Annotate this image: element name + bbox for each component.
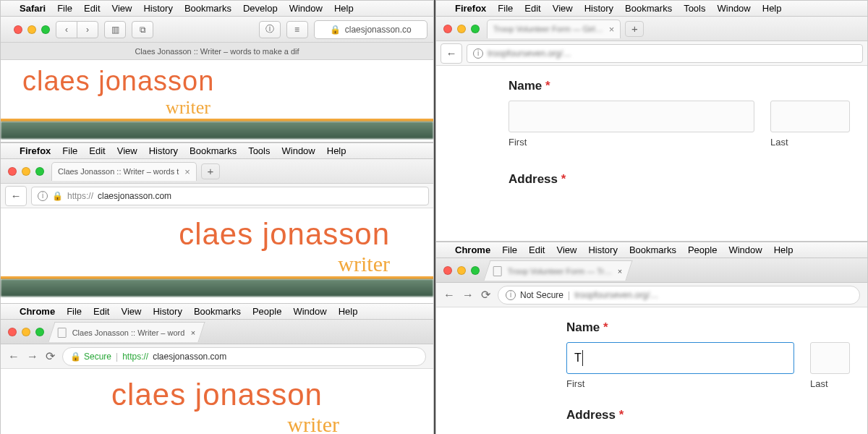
close-window-icon[interactable]	[443, 266, 452, 275]
menu-view[interactable]: View	[121, 306, 141, 317]
menu-bookmarks[interactable]: Bookmarks	[629, 244, 676, 255]
address-bar[interactable]: i troopfourseven.org/…	[467, 44, 863, 63]
minimize-window-icon[interactable]	[27, 25, 36, 34]
tab-overview-button[interactable]: ⧉	[132, 21, 153, 38]
site-info-icon[interactable]: i	[506, 290, 516, 300]
close-tab-icon[interactable]: ×	[191, 328, 195, 336]
menu-edit[interactable]: Edit	[89, 145, 105, 156]
address-bar[interactable]: 🔒 Secure | https://claesjonasson.com	[62, 347, 426, 366]
new-tab-button[interactable]: +	[625, 21, 644, 37]
menu-window[interactable]: Window	[282, 145, 315, 156]
menu-history[interactable]: History	[588, 244, 617, 255]
menu-window[interactable]: Window	[728, 244, 762, 255]
menu-people[interactable]: People	[252, 306, 281, 317]
safari-tab[interactable]: Claes Jonasson :: Writer – words to make…	[1, 43, 433, 60]
back-button[interactable]: ‹	[56, 21, 77, 38]
app-name[interactable]: Firefox	[455, 3, 486, 14]
menu-file[interactable]: File	[67, 306, 82, 317]
menu-view[interactable]: View	[556, 244, 576, 255]
menu-bookmarks[interactable]: Bookmarks	[194, 306, 241, 317]
app-name[interactable]: Firefox	[20, 145, 51, 156]
reload-button[interactable]: ⟳	[46, 349, 55, 363]
minimize-window-icon[interactable]	[22, 328, 30, 336]
menu-help[interactable]: Help	[339, 306, 358, 317]
menu-file[interactable]: File	[57, 3, 72, 14]
menu-tools[interactable]: Tools	[248, 145, 270, 156]
browser-tab[interactable]: Claes Jonasson :: Writer – word ×	[48, 322, 205, 342]
menu-view[interactable]: View	[553, 3, 573, 14]
menu-develop[interactable]: Develop	[243, 3, 278, 14]
last-name-input[interactable]	[770, 101, 850, 132]
menu-edit[interactable]: Edit	[529, 244, 545, 255]
menu-view[interactable]: View	[117, 145, 137, 156]
menu-help[interactable]: Help	[774, 244, 793, 255]
minimize-window-icon[interactable]	[457, 266, 466, 275]
maximize-window-icon[interactable]	[35, 328, 44, 336]
menu-history[interactable]: History	[153, 306, 182, 317]
minimize-window-icon[interactable]	[22, 167, 30, 176]
menu-file[interactable]: File	[62, 145, 77, 156]
tab-title: Claes Jonasson :: Writer – words to make…	[135, 47, 299, 56]
menu-file[interactable]: File	[498, 3, 513, 14]
forward-button[interactable]: →	[27, 350, 38, 363]
back-button[interactable]: ←	[8, 350, 20, 363]
new-tab-button[interactable]: +	[201, 163, 220, 179]
reader-button[interactable]: Ⓘ	[259, 21, 281, 38]
forward-button[interactable]: →	[462, 289, 474, 302]
close-window-icon[interactable]	[14, 25, 22, 34]
first-name-input[interactable]: T	[566, 342, 794, 374]
maximize-window-icon[interactable]	[41, 25, 50, 34]
first-name-input[interactable]	[509, 101, 754, 132]
browser-tab[interactable]: Claes Jonasson :: Writer – words t ×	[51, 162, 197, 181]
reload-button[interactable]: ⟳	[481, 288, 490, 302]
menu-history[interactable]: History	[584, 3, 613, 14]
menu-window[interactable]: Window	[289, 3, 323, 14]
menu-history[interactable]: History	[149, 145, 178, 156]
menu-help[interactable]: Help	[327, 145, 346, 156]
menu-help[interactable]: Help	[762, 3, 782, 14]
address-bar[interactable]: i Not Secure | troopfourseven.org/…	[498, 286, 860, 305]
app-name[interactable]: Safari	[20, 3, 46, 14]
menu-history[interactable]: History	[143, 3, 172, 14]
menu-window[interactable]: Window	[718, 3, 751, 14]
back-button[interactable]: ←	[5, 186, 27, 206]
maximize-window-icon[interactable]	[35, 167, 44, 176]
site-info-icon[interactable]: i	[473, 48, 483, 59]
close-window-icon[interactable]	[8, 328, 17, 336]
menu-bookmarks[interactable]: Bookmarks	[625, 3, 672, 14]
menu-button[interactable]: ≡	[286, 21, 308, 38]
sidebar-button[interactable]: ▥	[104, 21, 126, 38]
app-name[interactable]: Chrome	[20, 306, 55, 317]
menu-bookmarks[interactable]: Bookmarks	[190, 145, 237, 156]
menu-window[interactable]: Window	[293, 306, 326, 317]
menu-tools[interactable]: Tools	[684, 3, 705, 14]
secure-badge[interactable]: 🔒 Secure	[70, 352, 111, 362]
close-tab-icon[interactable]: ×	[184, 166, 190, 177]
address-bar[interactable]: i 🔒 https://claesjonasson.com	[31, 187, 429, 205]
menu-view[interactable]: View	[112, 3, 132, 14]
close-window-icon[interactable]	[443, 25, 452, 33]
back-button[interactable]: ←	[441, 43, 462, 64]
browser-tab[interactable]: Troop Volunteer Form — Girl… ×	[487, 20, 621, 38]
forward-button[interactable]: ›	[77, 21, 98, 38]
app-name[interactable]: Chrome	[455, 244, 490, 255]
maximize-window-icon[interactable]	[471, 266, 480, 275]
maximize-window-icon[interactable]	[471, 25, 480, 33]
menu-file[interactable]: File	[502, 244, 517, 255]
menu-bookmarks[interactable]: Bookmarks	[184, 3, 231, 14]
menu-people[interactable]: People	[688, 244, 717, 255]
menu-help[interactable]: Help	[334, 3, 354, 14]
address-bar[interactable]: 🔒 claesjonasson.co	[314, 20, 427, 39]
menu-edit[interactable]: Edit	[524, 3, 540, 14]
menu-edit[interactable]: Edit	[84, 3, 100, 14]
close-tab-icon[interactable]: ×	[609, 24, 615, 35]
close-window-icon[interactable]	[8, 167, 17, 176]
last-name-input[interactable]	[810, 342, 850, 374]
menu-edit[interactable]: Edit	[93, 306, 109, 317]
minimize-window-icon[interactable]	[457, 25, 466, 33]
menubar-chrome: Chrome File Edit View History Bookmarks …	[436, 242, 867, 258]
site-info-icon[interactable]: i	[38, 191, 48, 201]
browser-tab[interactable]: Troop Volunteer Form — Tr… ×	[483, 260, 632, 281]
close-tab-icon[interactable]: ×	[618, 266, 622, 275]
back-button[interactable]: ←	[443, 289, 455, 302]
